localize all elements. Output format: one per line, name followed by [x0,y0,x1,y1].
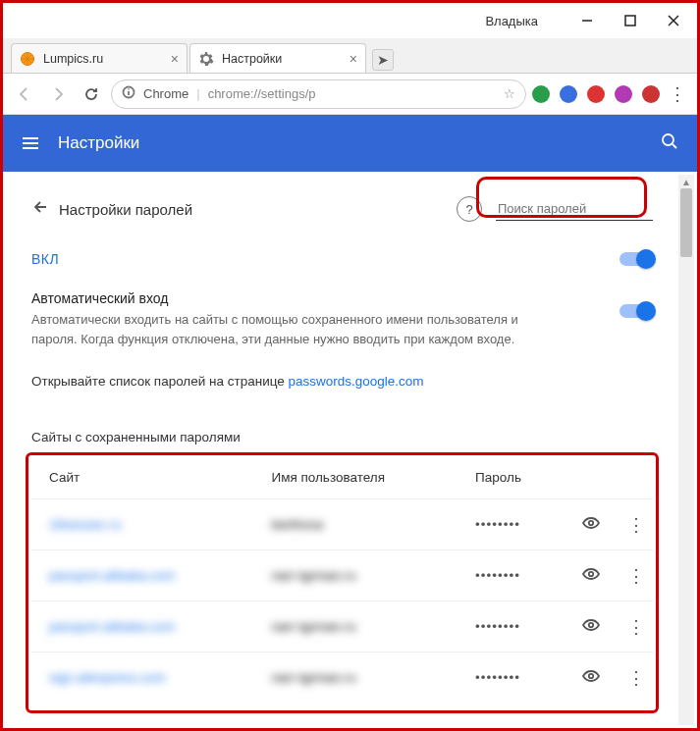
col-site: Сайт [31,456,253,499]
window-titlebar: Владыка [3,3,697,38]
browser-tab-settings[interactable]: Настройки × [189,43,366,73]
svg-point-12 [663,134,673,145]
extension-icons [532,85,660,103]
cell-site[interactable]: sign.aliexpress.com [31,653,253,704]
tab-title: Настройки [222,52,282,66]
page-info-icon[interactable] [122,85,135,102]
col-pass: Пароль [458,456,563,499]
table-row[interactable]: passport.alibaba.comnarr-tgrman.ru••••••… [31,550,653,601]
extension-icon[interactable] [532,85,550,103]
eye-icon [580,615,602,635]
browser-menu-button[interactable]: ⋮ [666,83,689,105]
search-icon[interactable] [660,131,679,156]
svg-point-14 [589,521,593,525]
passwords-google-link[interactable]: passwords.google.com [289,374,424,389]
window-maximize-button[interactable] [609,6,652,35]
search-passwords-input[interactable] [496,198,653,221]
cell-user: berthova [253,499,458,550]
back-icon[interactable] [31,197,59,221]
nav-forward-button[interactable] [44,80,72,108]
offer-save-toggle[interactable] [619,252,653,266]
col-user: Имя пользователя [253,456,458,499]
svg-point-16 [589,623,593,627]
svg-line-13 [673,144,676,148]
reveal-password-button[interactable] [563,550,610,601]
bookmark-star-icon[interactable]: ☆ [504,86,515,101]
autosignin-toggle[interactable] [619,304,653,318]
browser-tab-lumpics[interactable]: Lumpics.ru × [11,43,188,73]
nav-reload-button[interactable] [78,80,105,108]
table-row[interactable]: passport.alibaba.comnarr-tgrman.ru••••••… [31,601,653,653]
autosignin-description: Автоматически входить на сайты с помощью… [31,310,542,348]
close-icon[interactable]: × [171,51,179,67]
eye-icon [580,513,602,533]
row-menu-button[interactable]: ⋮ [610,601,653,653]
svg-point-8 [128,88,130,90]
cell-user: narr-tgrman.ru [253,550,458,601]
scrollbar-thumb[interactable] [680,188,692,257]
browser-toolbar: Chrome | chrome://settings/p ☆ ⋮ [3,74,697,115]
cell-site[interactable]: passport.alibaba.com [31,601,253,653]
reveal-password-button[interactable] [563,499,610,550]
svg-point-17 [589,674,593,678]
extension-icon[interactable] [615,85,632,103]
table-row[interactable]: sign.aliexpress.comnarr-tgrman.ru•••••••… [31,653,653,704]
profile-name[interactable]: Владыка [485,14,538,28]
extension-icon[interactable] [560,85,577,103]
row-menu-button[interactable]: ⋮ [610,499,653,550]
settings-title: Настройки [58,133,139,153]
help-icon[interactable]: ? [457,196,482,222]
cell-password: •••••••• [458,499,563,550]
reveal-password-button[interactable] [563,601,610,653]
saved-passwords-heading: Сайты с сохраненными паролями [31,408,653,456]
extension-icon[interactable] [587,85,605,103]
settings-header: Настройки [3,115,697,172]
row-menu-button[interactable]: ⋮ [610,653,653,704]
window-minimize-button[interactable] [565,6,609,35]
hamburger-menu-icon[interactable] [21,133,40,153]
cell-site[interactable]: 18seosec.ru [31,499,253,550]
omnibox-url: chrome://settings/p [208,86,496,101]
reveal-password-button[interactable] [563,653,610,704]
scrollbar[interactable]: ▲ [678,175,694,725]
page-title: Настройки паролей [59,201,457,218]
cell-password: •••••••• [458,653,563,704]
autosignin-heading: Автоматический вход [31,290,619,306]
saved-passwords-table: Сайт Имя пользователя Пароль 18seosec.ru… [31,456,653,703]
passwords-link-row: Открывайте список паролей на странице pa… [31,354,653,408]
eye-icon [580,564,602,584]
row-menu-button[interactable]: ⋮ [610,550,653,601]
orange-icon [20,51,35,67]
cell-password: •••••••• [458,601,563,653]
cell-site[interactable]: passport.alibaba.com [31,550,253,601]
address-bar[interactable]: Chrome | chrome://settings/p ☆ [111,79,526,109]
gear-icon [198,51,214,67]
cell-user: narr-tgrman.ru [253,601,458,653]
omnibox-scheme: Chrome [143,86,188,101]
new-tab-button[interactable]: ➤ [372,49,394,71]
tab-title: Lumpics.ru [43,52,103,66]
extension-icon[interactable] [642,85,660,103]
table-row[interactable]: 18seosec.ruberthova••••••••⋮ [31,499,653,550]
svg-rect-1 [625,16,635,26]
eye-icon [580,666,602,686]
cell-user: narr-tgrman.ru [253,653,458,704]
cell-password: •••••••• [458,550,563,601]
offer-save-toggle-label: ВКЛ [31,251,59,267]
svg-point-15 [589,572,593,576]
window-close-button[interactable] [652,6,695,35]
nav-back-button[interactable] [11,80,38,108]
tab-strip: Lumpics.ru × Настройки × ➤ [3,38,697,74]
close-icon[interactable]: × [350,51,357,67]
